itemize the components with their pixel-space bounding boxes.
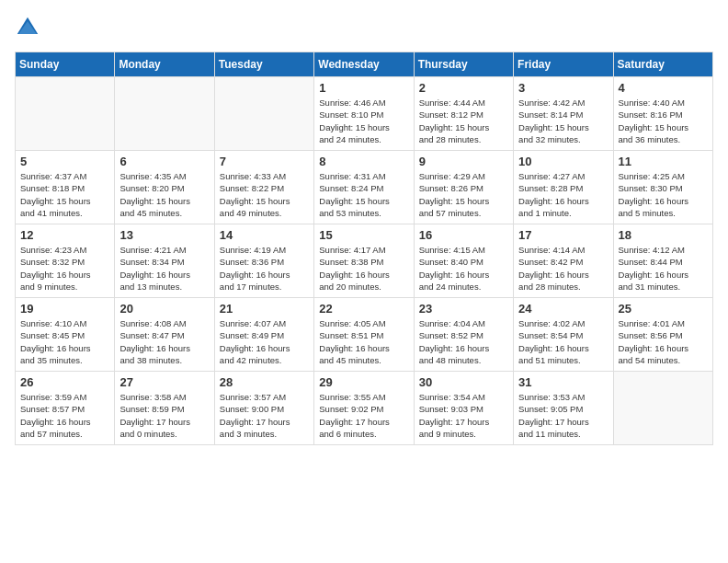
calendar-cell: 15Sunrise: 4:17 AM Sunset: 8:38 PM Dayli… — [314, 224, 414, 298]
calendar-cell: 24Sunrise: 4:02 AM Sunset: 8:54 PM Dayli… — [514, 298, 613, 372]
calendar-cell: 2Sunrise: 4:44 AM Sunset: 8:12 PM Daylig… — [414, 77, 513, 151]
calendar-cell: 1Sunrise: 4:46 AM Sunset: 8:10 PM Daylig… — [314, 77, 414, 151]
day-info: Sunrise: 4:12 AM Sunset: 8:44 PM Dayligh… — [619, 244, 708, 293]
calendar-cell: 10Sunrise: 4:27 AM Sunset: 8:28 PM Dayli… — [514, 151, 613, 224]
calendar-cell: 18Sunrise: 4:12 AM Sunset: 8:44 PM Dayli… — [613, 224, 712, 298]
day-header-friday: Friday — [514, 52, 613, 77]
day-header-monday: Monday — [115, 52, 214, 77]
day-number: 18 — [619, 228, 708, 242]
day-number: 27 — [119, 375, 209, 389]
day-info: Sunrise: 3:53 AM Sunset: 9:05 PM Dayligh… — [518, 391, 608, 440]
calendar-cell: 4Sunrise: 4:40 AM Sunset: 8:16 PM Daylig… — [613, 77, 712, 151]
day-number: 12 — [20, 228, 109, 242]
day-info: Sunrise: 3:58 AM Sunset: 8:59 PM Dayligh… — [119, 391, 209, 440]
calendar-cell — [115, 77, 214, 151]
day-number: 11 — [619, 155, 708, 168]
day-number: 26 — [20, 375, 109, 389]
calendar-cell: 28Sunrise: 3:57 AM Sunset: 9:00 PM Dayli… — [214, 372, 313, 445]
day-number: 17 — [518, 228, 608, 242]
day-info: Sunrise: 4:27 AM Sunset: 8:28 PM Dayligh… — [518, 170, 608, 219]
day-number: 14 — [220, 228, 309, 242]
calendar-cell: 14Sunrise: 4:19 AM Sunset: 8:36 PM Dayli… — [214, 224, 313, 298]
day-number: 6 — [119, 155, 209, 168]
calendar-cell: 7Sunrise: 4:33 AM Sunset: 8:22 PM Daylig… — [214, 151, 313, 224]
calendar-cell: 17Sunrise: 4:14 AM Sunset: 8:42 PM Dayli… — [514, 224, 613, 298]
logo — [15, 15, 44, 40]
calendar-cell — [613, 372, 712, 445]
calendar-cell: 6Sunrise: 4:35 AM Sunset: 8:20 PM Daylig… — [115, 151, 214, 224]
day-number: 25 — [619, 302, 708, 316]
calendar-cell: 16Sunrise: 4:15 AM Sunset: 8:40 PM Dayli… — [414, 224, 513, 298]
calendar-cell: 12Sunrise: 4:23 AM Sunset: 8:32 PM Dayli… — [16, 224, 115, 298]
day-info: Sunrise: 4:40 AM Sunset: 8:16 PM Dayligh… — [619, 97, 708, 145]
calendar-table: SundayMondayTuesdayWednesdayThursdayFrid… — [15, 52, 713, 445]
week-row-3: 19Sunrise: 4:10 AM Sunset: 8:45 PM Dayli… — [16, 298, 713, 372]
week-row-1: 5Sunrise: 4:37 AM Sunset: 8:18 PM Daylig… — [16, 151, 713, 224]
day-number: 16 — [419, 228, 508, 242]
day-info: Sunrise: 4:29 AM Sunset: 8:26 PM Dayligh… — [419, 170, 508, 219]
day-info: Sunrise: 4:33 AM Sunset: 8:22 PM Dayligh… — [220, 170, 309, 219]
day-info: Sunrise: 4:05 AM Sunset: 8:51 PM Dayligh… — [319, 317, 408, 366]
calendar-cell: 21Sunrise: 4:07 AM Sunset: 8:49 PM Dayli… — [214, 298, 313, 372]
day-info: Sunrise: 4:02 AM Sunset: 8:54 PM Dayligh… — [518, 317, 608, 366]
week-row-4: 26Sunrise: 3:59 AM Sunset: 8:57 PM Dayli… — [16, 372, 713, 445]
day-number: 22 — [319, 302, 408, 316]
day-number: 19 — [20, 302, 109, 316]
day-info: Sunrise: 4:46 AM Sunset: 8:10 PM Dayligh… — [319, 97, 408, 145]
day-info: Sunrise: 4:07 AM Sunset: 8:49 PM Dayligh… — [220, 317, 309, 366]
day-info: Sunrise: 4:37 AM Sunset: 8:18 PM Dayligh… — [20, 170, 109, 219]
day-number: 20 — [119, 302, 209, 316]
day-header-saturday: Saturday — [613, 52, 712, 77]
day-info: Sunrise: 3:59 AM Sunset: 8:57 PM Dayligh… — [20, 391, 109, 440]
day-info: Sunrise: 4:04 AM Sunset: 8:52 PM Dayligh… — [419, 317, 508, 366]
day-number: 4 — [619, 81, 708, 95]
day-info: Sunrise: 4:15 AM Sunset: 8:40 PM Dayligh… — [419, 244, 508, 293]
calendar-cell: 22Sunrise: 4:05 AM Sunset: 8:51 PM Dayli… — [314, 298, 414, 372]
day-number: 10 — [518, 155, 608, 168]
day-info: Sunrise: 3:57 AM Sunset: 9:00 PM Dayligh… — [220, 391, 309, 440]
day-info: Sunrise: 4:08 AM Sunset: 8:47 PM Dayligh… — [119, 317, 209, 366]
day-info: Sunrise: 4:01 AM Sunset: 8:56 PM Dayligh… — [619, 317, 708, 366]
day-number: 8 — [319, 155, 408, 168]
week-row-2: 12Sunrise: 4:23 AM Sunset: 8:32 PM Dayli… — [16, 224, 713, 298]
day-header-thursday: Thursday — [414, 52, 513, 77]
calendar-cell: 27Sunrise: 3:58 AM Sunset: 8:59 PM Dayli… — [115, 372, 214, 445]
week-row-0: 1Sunrise: 4:46 AM Sunset: 8:10 PM Daylig… — [16, 77, 713, 151]
calendar-cell: 20Sunrise: 4:08 AM Sunset: 8:47 PM Dayli… — [115, 298, 214, 372]
day-info: Sunrise: 4:42 AM Sunset: 8:14 PM Dayligh… — [518, 97, 608, 145]
day-header-tuesday: Tuesday — [214, 52, 313, 77]
calendar-cell: 23Sunrise: 4:04 AM Sunset: 8:52 PM Dayli… — [414, 298, 513, 372]
day-info: Sunrise: 4:10 AM Sunset: 8:45 PM Dayligh… — [20, 317, 109, 366]
header-row: SundayMondayTuesdayWednesdayThursdayFrid… — [16, 52, 713, 77]
day-info: Sunrise: 4:35 AM Sunset: 8:20 PM Dayligh… — [119, 170, 209, 219]
calendar-cell: 8Sunrise: 4:31 AM Sunset: 8:24 PM Daylig… — [314, 151, 414, 224]
day-number: 28 — [220, 375, 309, 389]
day-header-wednesday: Wednesday — [314, 52, 414, 77]
day-info: Sunrise: 4:17 AM Sunset: 8:38 PM Dayligh… — [319, 244, 408, 293]
day-info: Sunrise: 4:23 AM Sunset: 8:32 PM Dayligh… — [20, 244, 109, 293]
day-number: 7 — [220, 155, 309, 168]
calendar-cell: 11Sunrise: 4:25 AM Sunset: 8:30 PM Dayli… — [613, 151, 712, 224]
day-header-sunday: Sunday — [16, 52, 115, 77]
calendar-cell — [16, 77, 115, 151]
page-header — [15, 15, 713, 40]
calendar-cell: 30Sunrise: 3:54 AM Sunset: 9:03 PM Dayli… — [414, 372, 513, 445]
day-info: Sunrise: 4:19 AM Sunset: 8:36 PM Dayligh… — [220, 244, 309, 293]
day-info: Sunrise: 4:31 AM Sunset: 8:24 PM Dayligh… — [319, 170, 408, 219]
calendar-cell: 31Sunrise: 3:53 AM Sunset: 9:05 PM Dayli… — [514, 372, 613, 445]
day-number: 24 — [518, 302, 608, 316]
day-info: Sunrise: 4:25 AM Sunset: 8:30 PM Dayligh… — [619, 170, 708, 219]
calendar-cell: 5Sunrise: 4:37 AM Sunset: 8:18 PM Daylig… — [16, 151, 115, 224]
day-number: 30 — [419, 375, 508, 389]
calendar-cell: 19Sunrise: 4:10 AM Sunset: 8:45 PM Dayli… — [16, 298, 115, 372]
day-number: 23 — [419, 302, 508, 316]
calendar-cell: 9Sunrise: 4:29 AM Sunset: 8:26 PM Daylig… — [414, 151, 513, 224]
day-number: 5 — [20, 155, 109, 168]
day-info: Sunrise: 4:14 AM Sunset: 8:42 PM Dayligh… — [518, 244, 608, 293]
day-info: Sunrise: 3:54 AM Sunset: 9:03 PM Dayligh… — [419, 391, 508, 440]
day-number: 15 — [319, 228, 408, 242]
day-number: 9 — [419, 155, 508, 168]
calendar-cell: 3Sunrise: 4:42 AM Sunset: 8:14 PM Daylig… — [514, 77, 613, 151]
calendar-cell: 25Sunrise: 4:01 AM Sunset: 8:56 PM Dayli… — [613, 298, 712, 372]
day-number: 21 — [220, 302, 309, 316]
